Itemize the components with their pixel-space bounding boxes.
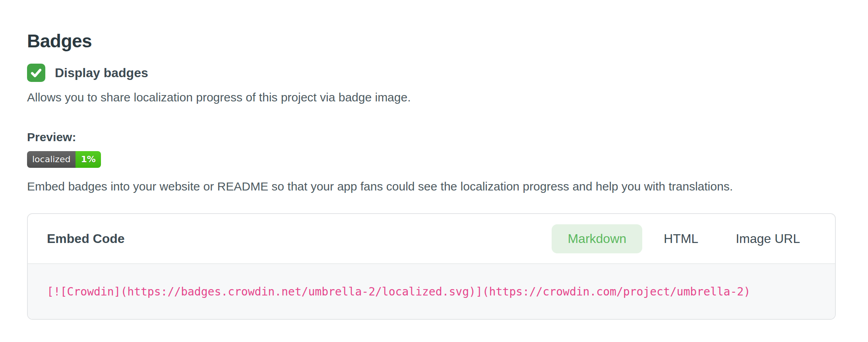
display-badges-label: Display badges bbox=[55, 66, 148, 80]
display-badges-description: Allows you to share localization progres… bbox=[27, 91, 841, 104]
tab-markdown[interactable]: Markdown bbox=[552, 224, 642, 253]
display-badges-checkbox-row[interactable]: Display badges bbox=[27, 64, 841, 82]
embed-format-tabs: Markdown HTML Image URL bbox=[552, 224, 816, 253]
badge-value-segment: 1% bbox=[76, 151, 101, 168]
embed-code-panel: Embed Code Markdown HTML Image URL [![Cr… bbox=[27, 213, 836, 320]
embed-code-title: Embed Code bbox=[47, 231, 125, 246]
embed-hint-text: Embed badges into your website or README… bbox=[27, 180, 841, 193]
badges-settings-section: Badges Display badges Allows you to shar… bbox=[0, 30, 868, 320]
preview-label: Preview: bbox=[27, 130, 841, 144]
tab-image-url[interactable]: Image URL bbox=[720, 224, 816, 253]
badge-label-segment: localized bbox=[27, 151, 76, 168]
embed-code-area[interactable]: [![Crowdin](https://badges.crowdin.net/u… bbox=[28, 264, 835, 319]
embed-code-panel-header: Embed Code Markdown HTML Image URL bbox=[28, 214, 835, 263]
display-badges-checkbox[interactable] bbox=[27, 64, 45, 82]
page-title: Badges bbox=[27, 30, 841, 52]
embed-code-snippet[interactable]: [![Crowdin](https://badges.crowdin.net/u… bbox=[47, 285, 750, 298]
tab-html[interactable]: HTML bbox=[648, 224, 714, 253]
checkmark-icon bbox=[30, 67, 42, 79]
localization-badge-preview: localized 1% bbox=[27, 151, 101, 168]
